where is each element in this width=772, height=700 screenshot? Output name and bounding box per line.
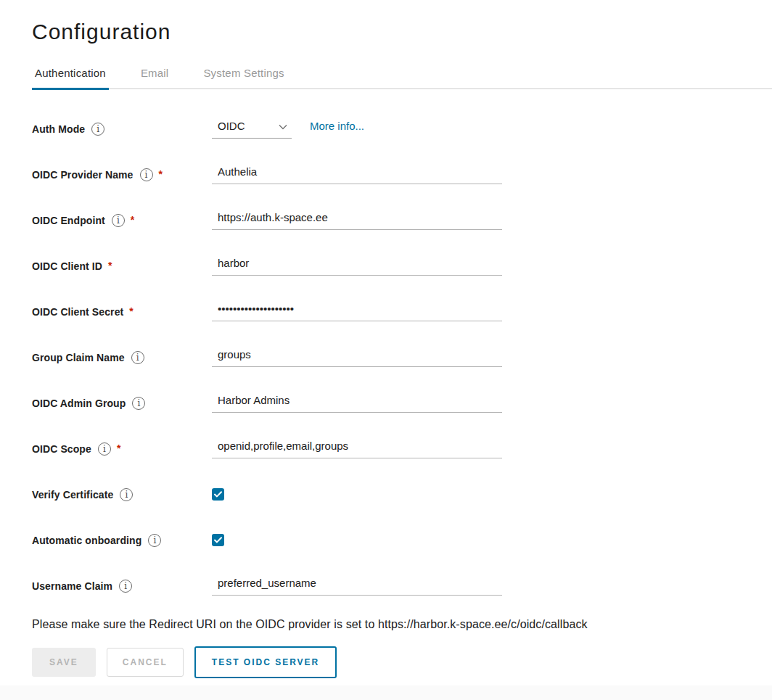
form-row-auth-mode: Auth ModeiOIDCMore info... [32,115,772,143]
action-buttons: SAVE CANCEL TEST OIDC SERVER [32,646,772,678]
info-icon[interactable]: i [148,534,161,547]
field-control [212,161,502,184]
form-row-group-claim-name: Group Claim Namei [32,344,772,371]
cancel-button[interactable]: CANCEL [107,648,184,677]
oidc-client-secret-input[interactable] [212,298,502,321]
field-label: OIDC Endpoint [32,215,105,226]
field-label: Username Claim [32,580,112,592]
tab-authentication[interactable]: Authentication [32,64,109,88]
field-label-group: OIDC Endpointi* [32,207,212,234]
field-label: OIDC Provider Name [32,169,134,181]
field-label: OIDC Scope [32,443,91,455]
field-label-group: Group Claim Namei [32,344,212,371]
group-claim-name-input[interactable] [212,344,502,367]
field-label-group: Verify Certificatei [32,481,212,508]
tab-bar: Authentication Email System Settings [32,64,772,89]
info-icon[interactable]: i [91,123,104,136]
required-asterisk: * [129,305,133,317]
field-control [212,527,224,546]
field-control [212,481,224,501]
field-label-group: Auth Modei [32,115,212,143]
select-value: OIDC [218,120,245,132]
chevron-down-icon [279,124,287,130]
form-row-oidc-client-secret: OIDC Client Secret* [32,298,772,326]
form-row-oidc-client-id: OIDC Client ID* [32,252,772,280]
form-row-oidc-scope: OIDC Scopei* [32,435,772,463]
field-label: Automatic onboarding [32,535,141,546]
oidc-scope-input[interactable] [212,435,502,458]
form-row-oidc-admin-group: OIDC Admin Groupi [32,390,772,417]
more-info-link[interactable]: More info... [310,115,364,132]
field-label-group: Username Claimi [32,572,212,600]
redirect-uri-note: Please make sure the Redirect URI on the… [32,618,772,631]
required-asterisk: * [117,442,120,454]
test-oidc-server-button[interactable]: TEST OIDC SERVER [194,646,337,678]
tab-system-settings[interactable]: System Settings [200,64,287,88]
field-control [212,207,502,230]
required-asterisk: * [131,214,134,226]
check-icon [214,491,222,498]
automatic-onboarding-checkbox[interactable] [212,534,224,546]
tab-email[interactable]: Email [138,64,172,88]
oidc-admin-group-input[interactable] [212,390,502,413]
field-label: OIDC Admin Group [32,398,126,409]
info-icon[interactable]: i [140,168,153,181]
form-row-oidc-provider-name: OIDC Provider Namei* [32,161,772,189]
field-label-group: OIDC Provider Namei* [32,161,212,189]
field-control [212,298,502,321]
oidc-endpoint-input[interactable] [212,207,502,230]
required-asterisk: * [108,260,112,271]
form-row-automatic-onboarding: Automatic onboardingi [32,527,772,554]
field-control [212,435,502,458]
form-row-oidc-endpoint: OIDC Endpointi* [32,207,772,234]
form-row-verify-certificate: Verify Certificatei [32,481,772,508]
info-icon[interactable]: i [120,488,133,501]
field-label: Auth Mode [32,123,85,135]
field-label-group: OIDC Client Secret* [32,298,212,326]
auth-settings-form: Auth ModeiOIDCMore info...OIDC Provider … [32,115,772,600]
field-label: Verify Certificate [32,489,113,501]
field-control [212,344,502,367]
username-claim-input[interactable] [212,572,502,596]
auth-mode-select[interactable]: OIDC [212,115,292,139]
field-label: OIDC Client ID [32,260,102,272]
info-icon[interactable]: i [132,397,145,410]
oidc-client-id-input[interactable] [212,252,502,276]
verify-certificate-checkbox[interactable] [212,488,224,501]
field-control: OIDCMore info... [212,115,364,139]
field-label-group: Automatic onboardingi [32,527,212,554]
info-icon[interactable]: i [131,351,144,364]
field-control [212,252,502,276]
field-control [212,572,502,596]
form-row-username-claim: Username Claimi [32,572,772,600]
page-title: Configuration [32,20,772,44]
page-footer-strip [0,685,772,700]
check-icon [214,537,222,543]
configuration-page: Configuration Authentication Email Syste… [0,20,772,678]
save-button[interactable]: SAVE [32,648,96,677]
required-asterisk: * [159,168,163,180]
info-icon[interactable]: i [112,214,125,227]
field-label: OIDC Client Secret [32,306,123,318]
info-icon[interactable]: i [98,442,111,456]
field-label-group: OIDC Scopei* [32,435,212,463]
field-label: Group Claim Name [32,352,125,363]
field-label-group: OIDC Client ID* [32,252,212,280]
field-label-group: OIDC Admin Groupi [32,390,212,417]
oidc-provider-name-input[interactable] [212,161,502,184]
info-icon[interactable]: i [119,580,132,593]
field-control [212,390,502,413]
